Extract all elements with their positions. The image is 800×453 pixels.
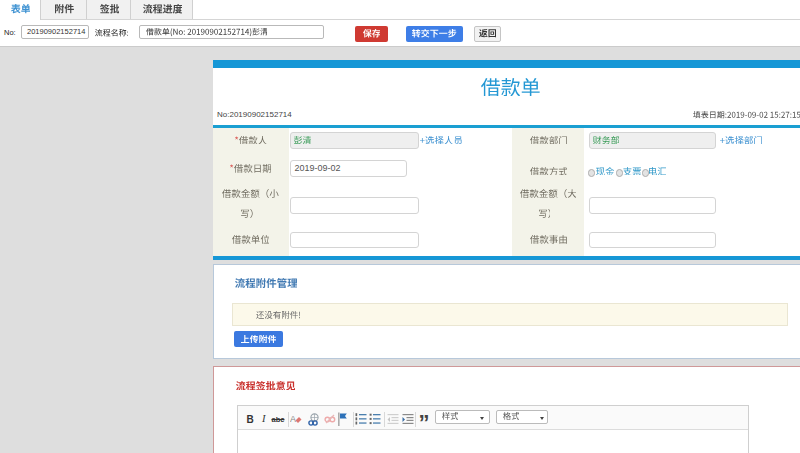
svg-text:A: A [290,414,296,424]
